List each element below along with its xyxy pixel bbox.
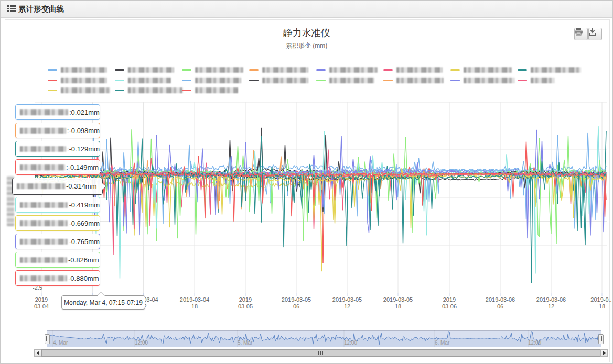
x-axis-label: 2019-03-0418 [171, 296, 218, 310]
tooltip-date-header: Monday, Mar 4, 07:15-07:19 [61, 295, 145, 310]
scrollbar-right-button[interactable] [600, 349, 608, 357]
x-axis-label: 2019-03-0512 [324, 296, 371, 310]
navigator-tick-label: 6. Mar [435, 340, 449, 346]
tooltip-box: -0.826mm [15, 252, 100, 268]
x-axis-label: 2019-03-0612 [528, 296, 575, 310]
scrollbar-left-button[interactable] [34, 349, 41, 357]
tooltip-box: -0.669mm [15, 215, 100, 231]
tooltip-value: :0.021mm [69, 108, 100, 116]
arrow-right-icon [603, 351, 606, 355]
navigator-tick-label: 12:00 [135, 340, 148, 346]
tooltip-box: :-0.098mm [15, 123, 100, 138]
arrow-left-icon [37, 351, 39, 355]
tooltip-box: :0.021mm [15, 104, 100, 120]
tooltip-box: -0.314mm [12, 178, 103, 195]
navigator-handle-left[interactable] [45, 334, 50, 344]
x-axis-label: 2019-03-0606 [477, 296, 524, 310]
tooltip-value: :-0.129mm [67, 145, 100, 153]
navigator-handle-right[interactable] [598, 334, 604, 344]
tooltip-value: -0.826mm [68, 256, 99, 264]
x-axis-label: 201903-05 [222, 296, 269, 310]
tooltip-series-redacted [20, 109, 68, 115]
tooltip-series-redacted [20, 128, 66, 134]
tooltip-series-redacted [20, 164, 65, 170]
tooltip-series-redacted [20, 202, 68, 208]
tooltip-value: -0.765mm [69, 238, 100, 246]
navigator-tick-label: 5. Mar [238, 340, 252, 346]
tooltip-value: -0.880mm [68, 274, 99, 282]
x-axis-label: 201903-04 [18, 296, 65, 310]
tooltip-box: :-0.129mm [15, 141, 100, 157]
tooltip-value: :-0.149mm [66, 163, 99, 171]
tooltip-box: :-0.149mm [15, 159, 100, 175]
tooltip-series-redacted [20, 220, 68, 226]
tooltip-value: -0.419mm [69, 201, 100, 209]
app-window: 累计形变曲线 静力水准仪 累积形变 (mm) -2.5 201903-04201… [0, 0, 613, 364]
tooltip-box: -0.765mm [15, 234, 100, 249]
tooltip-value: :-0.098mm [67, 127, 100, 135]
tooltip-series-redacted [20, 239, 68, 245]
tooltip-value: -0.314mm [66, 182, 97, 190]
x-axis-label: 2019-03-0506 [273, 296, 320, 310]
tooltip-series-redacted [17, 183, 65, 189]
tooltip-series-redacted [20, 275, 67, 281]
navigator-tick-label: 12:00 [344, 340, 357, 346]
tooltip-box: -0.880mm [15, 270, 100, 286]
x-axis-label: 201903-06 [426, 296, 473, 310]
scrollbar-thumb[interactable] [41, 349, 600, 357]
tooltip-series-redacted [20, 146, 66, 152]
tooltip-series-redacted [20, 257, 67, 263]
tooltip-value: -0.669mm [69, 219, 100, 227]
tooltip-box: -0.419mm [15, 197, 100, 213]
navigator-tick-label: 12:00 [528, 340, 541, 346]
x-axis-label: 2019-0...18 [578, 296, 613, 310]
x-axis-label: 2019-03-0518 [374, 296, 422, 310]
navigator-tick-label: 4. Mar [53, 340, 68, 346]
